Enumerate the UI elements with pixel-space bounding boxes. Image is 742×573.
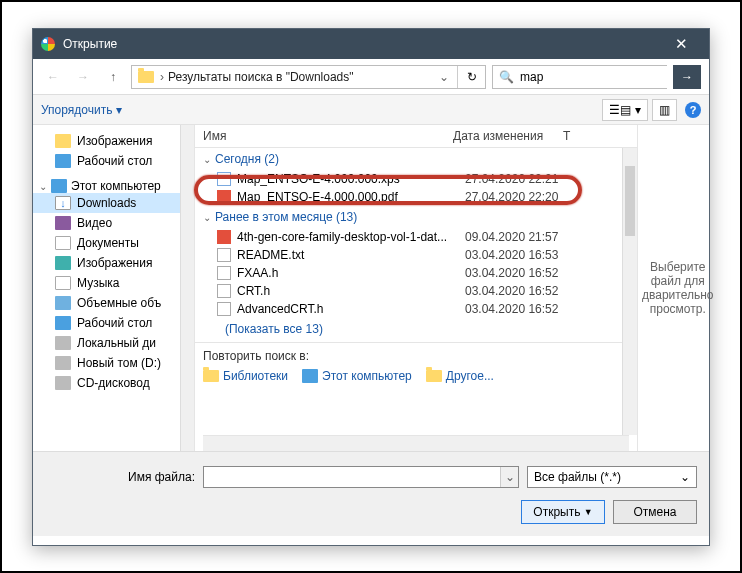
toolbar: Упорядочить ▾ ☰▤▾ ▥ ? bbox=[33, 95, 709, 125]
search-input-box[interactable]: 🔍 ✕ bbox=[492, 65, 667, 89]
file-icon bbox=[217, 248, 231, 262]
file-row[interactable]: Map_ENTSO-E-4.000.000.pdf27.04.2020 22:2… bbox=[195, 188, 637, 206]
group-today[interactable]: ⌄Сегодня (2) bbox=[195, 148, 637, 170]
close-button[interactable]: ✕ bbox=[661, 35, 701, 53]
sidebar-item-desktop[interactable]: Рабочий стол bbox=[33, 151, 194, 171]
sidebar-item-images[interactable]: Изображения bbox=[33, 131, 194, 151]
file-row[interactable]: FXAA.h03.04.2020 16:52 bbox=[195, 264, 637, 282]
preview-pane: Выберите файл для дварительно просмотр. bbox=[637, 125, 709, 451]
sidebar-item-desktop2[interactable]: Рабочий стол bbox=[33, 313, 194, 333]
file-icon bbox=[217, 266, 231, 280]
back-button[interactable]: ← bbox=[41, 65, 65, 89]
col-name[interactable]: Имя bbox=[203, 129, 453, 143]
file-open-dialog: Открытие ✕ ← → ↑ › Результаты поиска в "… bbox=[32, 28, 710, 546]
sidebar-item-documents[interactable]: Документы bbox=[33, 233, 194, 253]
chevron-down-icon: ⌄ bbox=[680, 470, 690, 484]
chevron-down-icon[interactable]: ⌄ bbox=[431, 70, 457, 84]
chrome-icon bbox=[41, 37, 55, 51]
sidebar-item-downloads[interactable]: Downloads bbox=[33, 193, 194, 213]
repeat-other[interactable]: Другое... bbox=[426, 369, 494, 383]
file-filter[interactable]: Все файлы (*.*) ⌄ bbox=[527, 466, 697, 488]
chevron-down-icon: ▾ bbox=[116, 103, 122, 117]
refresh-button[interactable]: ↻ bbox=[457, 66, 485, 88]
chevron-down-icon[interactable]: ⌄ bbox=[500, 467, 518, 487]
col-date[interactable]: Дата изменения bbox=[453, 129, 563, 143]
sidebar: Изображения Рабочий стол ⌄Этот компьютер… bbox=[33, 125, 195, 451]
file-row[interactable]: 4th-gen-core-family-desktop-vol-1-dat...… bbox=[195, 228, 637, 246]
sidebar-item-local-disk[interactable]: Локальный ди bbox=[33, 333, 194, 353]
sidebar-item-this-pc[interactable]: ⌄Этот компьютер bbox=[33, 179, 194, 193]
sidebar-scrollbar[interactable] bbox=[180, 125, 194, 451]
sidebar-item-3d[interactable]: Объемные объ bbox=[33, 293, 194, 313]
file-icon bbox=[217, 302, 231, 316]
open-button[interactable]: Открыть ▼ bbox=[521, 500, 605, 524]
repeat-libraries[interactable]: Библиотеки bbox=[203, 369, 288, 383]
filename-combo[interactable]: ⌄ bbox=[203, 466, 519, 488]
repeat-search: Повторить поиск в: Библиотеки Этот компь… bbox=[195, 342, 637, 389]
organize-menu[interactable]: Упорядочить ▾ bbox=[41, 103, 122, 117]
sidebar-item-images2[interactable]: Изображения bbox=[33, 253, 194, 273]
view-mode-button[interactable]: ☰▤▾ bbox=[602, 99, 648, 121]
filename-label: Имя файла: bbox=[45, 470, 195, 484]
file-row[interactable]: CRT.h03.04.2020 16:52 bbox=[195, 282, 637, 300]
xps-icon bbox=[217, 172, 231, 186]
up-button[interactable]: ↑ bbox=[101, 65, 125, 89]
pdf-icon bbox=[217, 230, 231, 244]
file-icon bbox=[217, 284, 231, 298]
column-headers[interactable]: Имя Дата изменения Т bbox=[195, 125, 637, 148]
nav-row: ← → ↑ › Результаты поиска в "Downloads" … bbox=[33, 59, 709, 95]
main-scrollbar[interactable] bbox=[622, 148, 637, 435]
show-all-link[interactable]: (Показать все 13) bbox=[195, 318, 637, 342]
preview-pane-button[interactable]: ▥ bbox=[652, 99, 677, 121]
search-icon: 🔍 bbox=[493, 70, 520, 84]
sidebar-item-new-volume[interactable]: Новый том (D:) bbox=[33, 353, 194, 373]
horizontal-scrollbar[interactable] bbox=[203, 435, 629, 451]
help-button[interactable]: ? bbox=[685, 102, 701, 118]
sidebar-item-music[interactable]: Музыка bbox=[33, 273, 194, 293]
pdf-icon bbox=[217, 190, 231, 204]
filename-input[interactable] bbox=[204, 467, 500, 487]
file-row[interactable]: Map_ENTSO-E-4.000.000.xps27.04.2020 22:2… bbox=[195, 170, 637, 188]
search-input[interactable] bbox=[520, 66, 670, 88]
breadcrumb[interactable]: › Результаты поиска в "Downloads" ⌄ ↻ bbox=[131, 65, 486, 89]
repeat-this-pc[interactable]: Этот компьютер bbox=[302, 369, 412, 383]
file-row[interactable]: README.txt03.04.2020 16:53 bbox=[195, 246, 637, 264]
group-earlier[interactable]: ⌄Ранее в этом месяце (13) bbox=[195, 206, 637, 228]
titlebar: Открытие ✕ bbox=[33, 29, 709, 59]
file-list: Имя Дата изменения Т ⌄Сегодня (2) Map_EN… bbox=[195, 125, 637, 451]
footer: Имя файла: ⌄ Все файлы (*.*) ⌄ Открыть ▼… bbox=[33, 451, 709, 536]
sidebar-item-cd[interactable]: CD-дисковод bbox=[33, 373, 194, 393]
path-text: Результаты поиска в "Downloads" bbox=[164, 70, 431, 84]
col-type[interactable]: Т bbox=[563, 129, 629, 143]
cancel-button[interactable]: Отмена bbox=[613, 500, 697, 524]
folder-icon bbox=[138, 71, 154, 83]
file-row[interactable]: AdvancedCRT.h03.04.2020 16:52 bbox=[195, 300, 637, 318]
forward-button[interactable]: → bbox=[71, 65, 95, 89]
window-title: Открытие bbox=[63, 37, 661, 51]
search-go-button[interactable]: → bbox=[673, 65, 701, 89]
sidebar-item-video[interactable]: Видео bbox=[33, 213, 194, 233]
